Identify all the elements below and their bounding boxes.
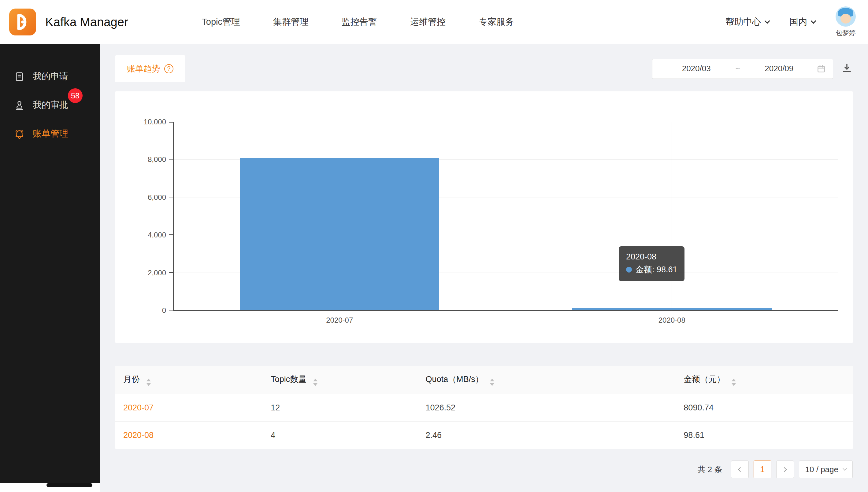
sidebar-item-label: 我的审批 bbox=[33, 99, 68, 111]
chart-tooltip: 2020-08 金额: 98.61 bbox=[619, 246, 685, 281]
help-center-menu[interactable]: 帮助中心 bbox=[725, 16, 769, 28]
column-header-month: 月份 bbox=[115, 366, 263, 394]
download-button[interactable] bbox=[841, 62, 853, 75]
y-axis-label: 6,000 bbox=[148, 193, 166, 202]
column-header-amount: 金额（元） bbox=[676, 366, 853, 394]
table-header-row: 月份 Topic数量 Quota（MB/s） 金额（元） bbox=[115, 366, 853, 394]
chart-bar-2020-08[interactable] bbox=[572, 308, 772, 310]
x-axis-label: 2020-08 bbox=[635, 316, 709, 324]
y-axis-label: 2,000 bbox=[148, 269, 166, 277]
sort-control[interactable] bbox=[313, 378, 318, 386]
download-icon bbox=[841, 62, 853, 74]
sort-desc-icon[interactable] bbox=[732, 383, 736, 386]
main-nav: Topic管理 集群管理 监控告警 运维管控 专家服务 bbox=[202, 16, 514, 28]
series-dot-icon bbox=[626, 267, 632, 273]
horizontal-scrollbar[interactable] bbox=[0, 483, 100, 487]
axis-pointer-line bbox=[672, 122, 672, 311]
chart-bar-2020-07[interactable] bbox=[240, 158, 439, 310]
calendar-icon bbox=[816, 64, 826, 74]
user-menu[interactable]: 包梦婷 bbox=[836, 6, 856, 38]
topic-count-cell: 12 bbox=[263, 394, 418, 421]
next-page-button[interactable] bbox=[776, 461, 794, 478]
chart-plot-area: 10,000 8,000 6,000 4,000 2,000 0 2020-07… bbox=[173, 122, 838, 311]
date-start-input[interactable]: 2020/03 bbox=[659, 64, 733, 73]
sort-control[interactable] bbox=[146, 378, 151, 386]
alarm-bell-icon bbox=[14, 129, 25, 139]
gridline bbox=[173, 122, 838, 122]
chevron-left-icon bbox=[738, 467, 743, 472]
table-row: 2020-07 12 1026.52 8090.74 bbox=[115, 394, 853, 421]
y-tick bbox=[169, 272, 173, 273]
nav-topic-management[interactable]: Topic管理 bbox=[202, 16, 240, 28]
sidebar-item-label: 账单管理 bbox=[33, 128, 68, 140]
nav-ops-control[interactable]: 运维管控 bbox=[410, 16, 446, 28]
pagination: 共 2 条 1 10 / page bbox=[115, 461, 853, 478]
column-header-quota: Quota（MB/s） bbox=[418, 366, 676, 394]
tab-label: 账单趋势 bbox=[127, 63, 160, 74]
date-range-picker[interactable]: 2020/03 ~ 2020/09 bbox=[652, 59, 833, 79]
tooltip-value: 金额: 98.61 bbox=[636, 264, 677, 276]
chevron-down-icon bbox=[843, 466, 847, 471]
tab-bill-trend[interactable]: 账单趋势 ? bbox=[115, 55, 185, 82]
y-axis-label: 0 bbox=[162, 306, 166, 315]
top-header: Kafka Manager Topic管理 集群管理 监控告警 运维管控 专家服… bbox=[0, 0, 868, 44]
y-axis-label: 4,000 bbox=[148, 231, 166, 239]
approvals-count-badge: 58 bbox=[68, 88, 83, 103]
region-select[interactable]: 国内 bbox=[790, 16, 815, 28]
column-header-topic-count: Topic数量 bbox=[263, 366, 418, 394]
avatar[interactable] bbox=[836, 6, 856, 27]
x-axis-label: 2020-07 bbox=[303, 316, 376, 324]
sidebar-item-label: 我的申请 bbox=[33, 70, 68, 82]
nav-monitor-alert[interactable]: 监控告警 bbox=[342, 16, 377, 28]
sort-asc-icon[interactable] bbox=[313, 378, 318, 382]
app-title: Kafka Manager bbox=[45, 15, 128, 29]
main-content: 账单趋势 ? 2020/03 ~ 2020/09 bbox=[100, 44, 868, 492]
sidebar-item-bill-management[interactable]: 账单管理 bbox=[0, 120, 100, 148]
date-end-input[interactable]: 2020/09 bbox=[742, 64, 816, 73]
y-tick bbox=[169, 159, 173, 159]
sort-control[interactable] bbox=[732, 378, 736, 386]
y-tick bbox=[169, 310, 173, 311]
bill-table: 月份 Topic数量 Quota（MB/s） 金额（元） bbox=[115, 366, 853, 449]
sort-control[interactable] bbox=[490, 378, 494, 386]
scrollbar-thumb[interactable] bbox=[46, 483, 92, 487]
help-circle-icon[interactable]: ? bbox=[164, 64, 173, 73]
month-link[interactable]: 2020-07 bbox=[123, 403, 154, 412]
x-axis-line bbox=[173, 310, 838, 311]
prev-page-button[interactable] bbox=[731, 461, 749, 478]
page-number-button[interactable]: 1 bbox=[754, 461, 771, 478]
sort-desc-icon[interactable] bbox=[313, 383, 318, 386]
sort-asc-icon[interactable] bbox=[146, 378, 151, 382]
amount-cell: 98.61 bbox=[676, 421, 853, 449]
y-tick bbox=[169, 235, 173, 235]
month-link[interactable]: 2020-08 bbox=[123, 430, 154, 440]
chevron-down-icon bbox=[811, 18, 816, 24]
y-tick bbox=[169, 122, 173, 123]
sort-asc-icon[interactable] bbox=[490, 378, 494, 382]
chevron-right-icon bbox=[782, 467, 787, 472]
y-axis-label: 10,000 bbox=[144, 118, 166, 126]
y-tick bbox=[169, 197, 173, 197]
amount-cell: 8090.74 bbox=[676, 394, 853, 421]
clipboard-icon bbox=[14, 71, 25, 82]
nav-expert-service[interactable]: 专家服务 bbox=[479, 16, 514, 28]
sort-desc-icon[interactable] bbox=[490, 383, 494, 386]
chevron-down-icon bbox=[764, 18, 770, 24]
region-label: 国内 bbox=[790, 16, 807, 28]
y-axis-line bbox=[173, 122, 174, 311]
tooltip-title: 2020-08 bbox=[626, 251, 677, 264]
help-center-label: 帮助中心 bbox=[725, 16, 761, 28]
nav-cluster-management[interactable]: 集群管理 bbox=[273, 16, 309, 28]
date-separator: ~ bbox=[733, 64, 742, 73]
total-count: 共 2 条 bbox=[698, 464, 722, 475]
y-axis-label: 8,000 bbox=[148, 155, 166, 164]
sidebar-item-my-applications[interactable]: 我的申请 bbox=[0, 62, 100, 91]
sidebar-item-my-approvals[interactable]: 我的审批 58 bbox=[0, 91, 100, 120]
topic-count-cell: 4 bbox=[263, 421, 418, 449]
page-size-select[interactable]: 10 / page bbox=[799, 461, 853, 478]
sidebar: 我的申请 我的审批 58 账单管理 bbox=[0, 44, 100, 487]
sort-asc-icon[interactable] bbox=[732, 378, 736, 382]
username: 包梦婷 bbox=[836, 28, 856, 38]
sort-desc-icon[interactable] bbox=[146, 383, 151, 386]
stamp-icon bbox=[14, 100, 25, 110]
